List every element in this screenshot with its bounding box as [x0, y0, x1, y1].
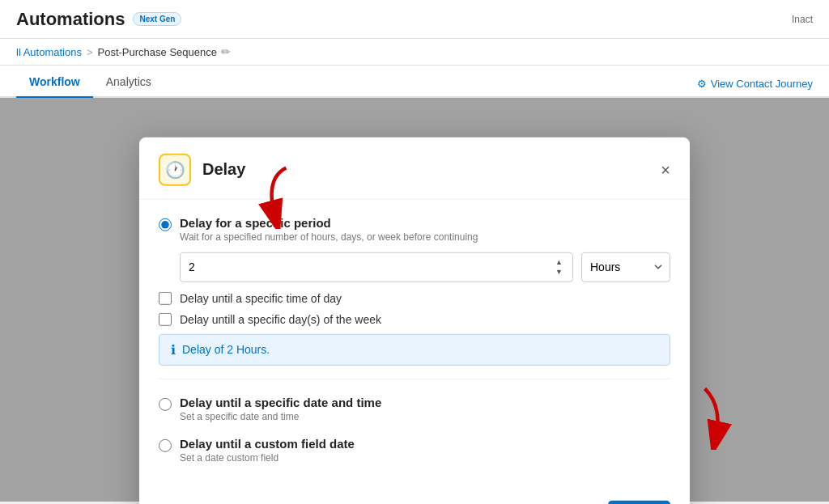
- modal-footer: Cancel Save: [139, 490, 690, 504]
- info-text: Delay of 2 Hours.: [182, 343, 270, 356]
- page-background: Automations Next Gen Inact ll Automation…: [0, 0, 829, 504]
- main-content: End Automation 🕐 Delay × Delay for a spe…: [0, 98, 829, 502]
- delay-custom-field-label: Delay until a custom field date: [180, 436, 355, 450]
- info-icon: ℹ: [171, 341, 176, 357]
- delay-custom-field-option: Delay until a custom field date Set a da…: [159, 433, 670, 463]
- delay-number-input[interactable]: [189, 260, 554, 273]
- modal-close-button[interactable]: ×: [661, 161, 670, 177]
- delay-time-of-day-label: Delay until a specific time of day: [180, 291, 342, 304]
- breadcrumb-current: Post-Purchase Sequence ✏: [98, 45, 231, 58]
- cancel-button[interactable]: Cancel: [539, 501, 601, 504]
- delay-custom-field-desc: Set a date custom field: [180, 451, 355, 463]
- delay-info-box: ℹ Delay of 2 Hours.: [159, 333, 670, 365]
- delay-specific-period-option: Delay for a specific period Wait for a s…: [159, 215, 670, 242]
- number-spinners: ▲ ▼: [554, 257, 564, 276]
- delay-time-of-day-checkbox[interactable]: [159, 291, 172, 304]
- delay-input-row: ▲ ▼ Hours Minutes Days Weeks: [180, 252, 670, 282]
- breadcrumb: ll Automations > Post-Purchase Sequence …: [0, 39, 829, 66]
- next-gen-badge: Next Gen: [133, 12, 181, 26]
- edit-icon[interactable]: ✏: [221, 45, 231, 58]
- delay-day-of-week-checkbox[interactable]: [159, 312, 172, 325]
- delay-custom-field-radio[interactable]: [159, 438, 172, 451]
- delay-specific-datetime-desc: Set a specific date and time: [180, 410, 381, 421]
- view-contact-journey-button[interactable]: ⚙ View Contact Journey: [697, 78, 813, 90]
- top-bar: Automations Next Gen Inact: [0, 0, 829, 39]
- save-button[interactable]: Save: [608, 500, 670, 504]
- delay-number-field[interactable]: ▲ ▼: [180, 252, 573, 282]
- status-badge: Inact: [792, 14, 813, 25]
- delay-icon: 🕐: [159, 153, 191, 185]
- modal-body: Delay for a specific period Wait for a s…: [139, 199, 690, 490]
- delay-specific-period-desc: Wait for a specified number of hours, da…: [180, 231, 478, 242]
- delay-specific-datetime-radio[interactable]: [159, 397, 172, 410]
- spinner-up[interactable]: ▲: [554, 257, 564, 266]
- delay-unit-select[interactable]: Hours Minutes Days Weeks: [581, 252, 670, 282]
- delay-specific-period-label: Delay for a specific period: [180, 215, 478, 229]
- page-title: Automations: [16, 9, 125, 30]
- breadcrumb-separator: >: [87, 46, 93, 58]
- breadcrumb-link[interactable]: ll Automations: [16, 46, 82, 58]
- delay-modal: 🕐 Delay × Delay for a specific period Wa…: [139, 137, 690, 504]
- delay-day-of-week-option: Delay untill a specific day(s) of the we…: [159, 312, 670, 325]
- modal-title: Delay: [202, 160, 649, 179]
- delay-specific-datetime-label: Delay until a specific date and time: [180, 395, 381, 409]
- tab-analytics[interactable]: Analytics: [93, 67, 164, 98]
- delay-specific-period-radio[interactable]: [159, 218, 172, 231]
- tabs-bar: Workflow Analytics ⚙ View Contact Journe…: [0, 66, 829, 98]
- spinner-down[interactable]: ▼: [554, 267, 564, 276]
- delay-day-of-week-label: Delay untill a specific day(s) of the we…: [180, 312, 381, 325]
- delay-specific-datetime-option: Delay until a specific date and time Set…: [159, 392, 670, 421]
- divider: [159, 378, 670, 379]
- tab-workflow[interactable]: Workflow: [16, 67, 93, 98]
- delay-time-of-day-option: Delay until a specific time of day: [159, 291, 670, 304]
- modal-header: 🕐 Delay ×: [139, 137, 690, 199]
